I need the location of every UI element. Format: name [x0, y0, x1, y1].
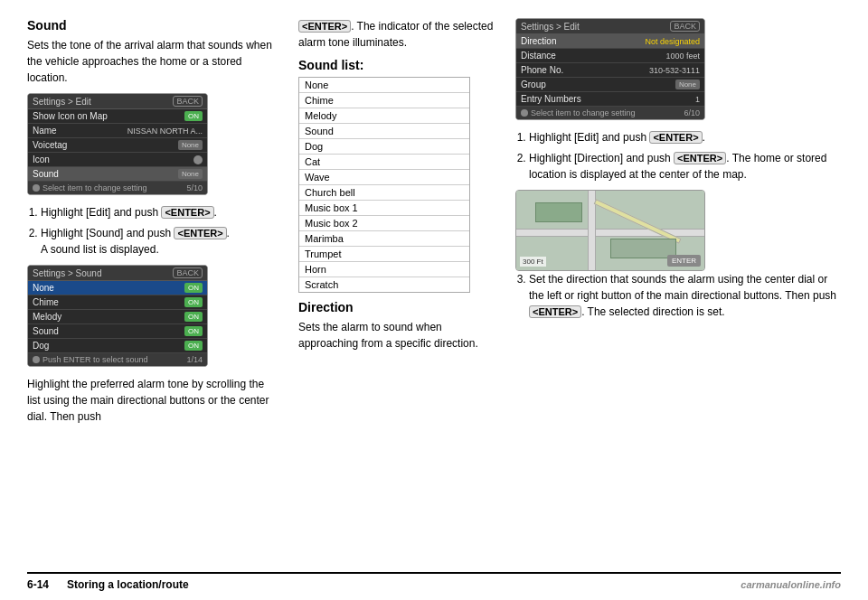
screen2-row4-label: Sound: [33, 326, 59, 336]
right-screen1-title: Settings > Edit: [521, 22, 580, 32]
screen2-row3-value: ON: [184, 312, 203, 322]
right-screen1-row-direction: Direction Not designated: [516, 34, 704, 49]
right-screen1-row-group: Group None: [516, 78, 704, 92]
screen1-row3-value: None: [178, 140, 203, 150]
right-steps-list: Highlight [Edit] and push <ENTER>. Highl…: [515, 129, 841, 183]
map-distance-label: 300 Ft: [520, 257, 546, 267]
screen2-row5-value: ON: [184, 341, 203, 351]
right-step3-list: Set the direction that sounds the alarm …: [515, 271, 841, 320]
sound-list-item-church-bell: Church bell: [299, 185, 469, 201]
enter-key-1: <ENTER>: [161, 206, 213, 219]
map-enter-button[interactable]: ENTER: [667, 255, 701, 267]
footer-bar: 6-14 Storing a location/route carmanualo…: [27, 572, 841, 591]
sound-list-item-wave: Wave: [299, 170, 469, 185]
screen2-header: Settings > Sound BACK: [28, 266, 207, 281]
footer-section-label: Storing a location/route: [67, 578, 189, 591]
screen1-row5-value: None: [178, 169, 203, 179]
steps-list-1: Highlight [Edit] and push <ENTER>. Highl…: [27, 204, 280, 258]
right-screen1-row-phone: Phone No. 310-532-3111: [516, 63, 704, 78]
screen1-header: Settings > Edit BACK: [28, 94, 207, 109]
right-group-label: Group: [521, 80, 546, 89]
left-column: Sound Sets the tone of the arrival alarm…: [27, 18, 280, 572]
step-2: Highlight [Sound] and push <ENTER>.A sou…: [41, 225, 280, 258]
screen1-row1-value: ON: [184, 111, 203, 121]
right-distance-value: 1000 feet: [665, 52, 700, 61]
screen1-row-4: Icon: [28, 153, 207, 167]
direction-body: Sets the alarm to sound when approaching…: [298, 319, 497, 352]
screen2-footer: Push ENTER to select sound 1/14: [28, 353, 207, 366]
right-phone-value: 310-532-3111: [649, 66, 700, 75]
step-1: Highlight [Edit] and push <ENTER>.: [41, 204, 280, 220]
enter-instruction: <ENTER>. The indicator of the selected a…: [298, 18, 497, 51]
right-footer-icon: Select item to change setting: [521, 108, 636, 117]
screen1-back[interactable]: BACK: [173, 96, 203, 107]
sound-list-item-music-box-1: Music box 1: [299, 201, 469, 216]
screen1-footer-text: Select item to change setting: [42, 183, 147, 192]
screen2-footer-icon: Push ENTER to select sound: [33, 355, 148, 364]
right-entry-label: Entry Numbers: [521, 94, 581, 104]
right-screen1-back[interactable]: BACK: [670, 21, 700, 32]
screen2-row2-label: Chime: [33, 297, 59, 307]
sound-list-item-dog: Dog: [299, 139, 469, 155]
sound-list-title: Sound list:: [298, 58, 497, 72]
right-footer-text: Select item to change setting: [531, 108, 636, 117]
enter-key-r2: <ENTER>: [674, 152, 726, 164]
screen2-row-5: Dog ON: [28, 339, 207, 353]
sound-list-table: None Chime Melody Sound Dog Cat Wave Chu…: [298, 77, 470, 293]
sound-list-item-trumpet: Trumpet: [299, 247, 469, 262]
screen1-row4-icon: [193, 155, 203, 164]
screen1-row3-label: Voicetag: [33, 140, 67, 150]
screen2-row2-value: ON: [184, 297, 203, 307]
enter-key-r3: <ENTER>: [529, 305, 581, 318]
right-screen1-row-entry: Entry Numbers 1: [516, 92, 704, 107]
screen2-row5-label: Dog: [33, 341, 49, 351]
map-widget: BACK 300 Ft ENTER: [515, 190, 705, 271]
screen1-title: Settings > Edit: [33, 97, 91, 107]
sound-list-item-marimba: Marimba: [299, 231, 469, 247]
map-block-1: [535, 202, 582, 222]
footer-page-number: 6-14: [27, 578, 49, 591]
screen2-row-3: Melody ON: [28, 310, 207, 324]
screen2-back[interactable]: BACK: [173, 267, 203, 278]
screen1-row-2: Name NISSAN NORTH A...: [28, 124, 207, 138]
right-phone-label: Phone No.: [521, 65, 563, 75]
screen1-row-3: Voicetag None: [28, 138, 207, 153]
screen1-row1-label: Show Icon on Map: [33, 111, 108, 121]
screen2-row-1: None ON: [28, 281, 207, 295]
sound-title: Sound: [27, 18, 280, 33]
screen1-pagination: 5/10: [186, 183, 203, 192]
sound-list-item-sound: Sound: [299, 124, 469, 139]
screen2-footer-dot: [33, 356, 40, 363]
screen2-row-4: Sound ON: [28, 324, 207, 339]
middle-column: <ENTER>. The indicator of the selected a…: [298, 18, 497, 572]
sound-list-item-cat: Cat: [299, 155, 469, 170]
settings-edit-screen1: Settings > Edit BACK Show Icon on Map ON…: [27, 93, 208, 195]
screen2-row4-value: ON: [184, 326, 203, 336]
screen2-row1-value: ON: [184, 283, 203, 293]
screen1-row-5: Sound None: [28, 167, 207, 182]
map-block-2: [610, 239, 676, 258]
right-footer-dot: [521, 109, 528, 117]
content-area: Sound Sets the tone of the arrival alarm…: [27, 18, 841, 572]
screen1-footer-dot: [33, 184, 40, 192]
screen1-row2-value: NISSAN NORTH A...: [127, 127, 203, 136]
screen1-row4-label: Icon: [33, 155, 50, 164]
footer-watermark: carmanualonline.info: [741, 579, 841, 590]
right-screen1-pagination: 6/10: [684, 108, 700, 117]
screen2-footer-text: Push ENTER to select sound: [42, 355, 148, 364]
right-column: Settings > Edit BACK Direction Not desig…: [515, 18, 841, 572]
screen2-row-2: Chime ON: [28, 295, 207, 310]
sound-list-item-melody: Melody: [299, 108, 469, 124]
enter-key-middle: <ENTER>: [298, 20, 351, 33]
screen2-pagination: 1/14: [186, 355, 203, 364]
screen1-row-1: Show Icon on Map ON: [28, 109, 207, 124]
screen1-footer: Select item to change setting 5/10: [28, 182, 207, 194]
right-step-1: Highlight [Edit] and push <ENTER>.: [529, 129, 841, 145]
sound-list-item-music-box-2: Music box 2: [299, 216, 469, 231]
right-entry-value: 1: [695, 95, 700, 104]
screen2-row3-label: Melody: [33, 312, 61, 322]
right-step-2: Highlight [Direction] and push <ENTER>. …: [529, 150, 841, 183]
right-group-value: None: [675, 80, 700, 89]
right-screen1-row-distance: Distance 1000 feet: [516, 49, 704, 63]
right-direction-label: Direction: [521, 36, 556, 46]
